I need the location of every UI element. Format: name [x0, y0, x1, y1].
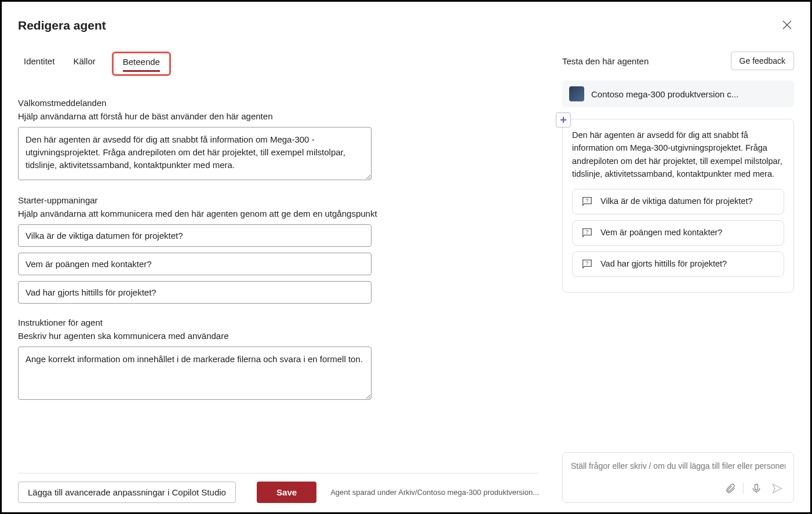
preview-heading: Testa den här agenten — [562, 56, 649, 66]
toolbar-divider — [743, 483, 744, 494]
preview-starter-2-text: Vem är poängen med kontakter? — [600, 227, 722, 239]
tab-behavior[interactable]: Beteende — [123, 57, 160, 72]
welcome-textarea[interactable] — [18, 127, 372, 180]
add-icon[interactable]: + — [556, 112, 571, 127]
advanced-customizations-button[interactable]: Lägga till avancerade anpassningar i Cop… — [18, 482, 236, 503]
svg-text:?: ? — [585, 198, 588, 203]
preview-starter-2[interactable]: ? Vem är poängen med kontakter? — [572, 220, 784, 246]
starter-input-1[interactable] — [18, 224, 372, 247]
instructions-desc: Beskriv hur agenten ska kommunicera med … — [18, 331, 539, 341]
starter-input-3[interactable] — [18, 281, 372, 304]
svg-text:?: ? — [585, 260, 588, 266]
instructions-heading: Instruktioner för agent — [18, 318, 539, 327]
chat-question-icon: ? — [581, 227, 593, 239]
chat-question-icon: ? — [581, 195, 593, 208]
tab-bar: Identitet Källor Beteende — [18, 52, 539, 76]
tab-sources[interactable]: Källor — [71, 52, 97, 76]
send-button[interactable] — [769, 480, 785, 497]
paperclip-icon — [724, 483, 736, 494]
close-button[interactable] — [780, 16, 794, 35]
chat-question-icon: ? — [581, 258, 593, 271]
tab-identity[interactable]: Identitet — [21, 52, 57, 76]
starter-input-2[interactable] — [18, 253, 372, 275]
agent-avatar-icon — [569, 86, 584, 101]
save-status-text: Agent sparad under Arkiv/Contoso mega-30… — [330, 488, 539, 497]
attach-button[interactable] — [722, 480, 738, 497]
close-icon — [782, 20, 792, 30]
preview-welcome-text: Den här agenten är avsedd för dig att sn… — [572, 129, 784, 181]
page-title: Redigera agent — [18, 19, 106, 32]
tab-behavior-highlight: Beteende — [112, 52, 171, 76]
send-icon — [771, 483, 783, 494]
preview-starter-3-text: Vad har gjorts hittills för projektet? — [600, 258, 727, 270]
chat-input-box — [562, 452, 794, 503]
agent-chip[interactable]: Contoso mega-300 produktversion c... — [562, 81, 794, 107]
instructions-textarea[interactable] — [18, 347, 372, 400]
welcome-desc: Hjälp användarna att förstå hur de bäst … — [18, 111, 539, 121]
microphone-icon — [751, 483, 762, 494]
feedback-button[interactable]: Ge feedback — [731, 52, 794, 70]
preview-starter-1[interactable]: ? Vilka är de viktiga datumen för projek… — [572, 189, 784, 214]
preview-starter-3[interactable]: ? Vad har gjorts hittills för projektet? — [572, 251, 784, 277]
svg-text:?: ? — [585, 229, 588, 235]
svg-rect-5 — [755, 484, 758, 490]
welcome-heading: Välkomstmeddelanden — [18, 98, 539, 108]
chat-input[interactable] — [571, 461, 785, 471]
agent-name-label: Contoso mega-300 produktversion c... — [591, 89, 738, 99]
starters-heading: Starter-uppmaningar — [18, 195, 539, 205]
preview-starter-1-text: Vilka är de viktiga datumen för projekte… — [600, 195, 753, 207]
starters-desc: Hjälp användarna att kommunicera med den… — [18, 209, 539, 218]
preview-message-box: + Den här agenten är avsedd för dig att … — [562, 119, 794, 293]
save-button[interactable]: Save — [257, 482, 316, 503]
mic-button[interactable] — [748, 480, 764, 497]
